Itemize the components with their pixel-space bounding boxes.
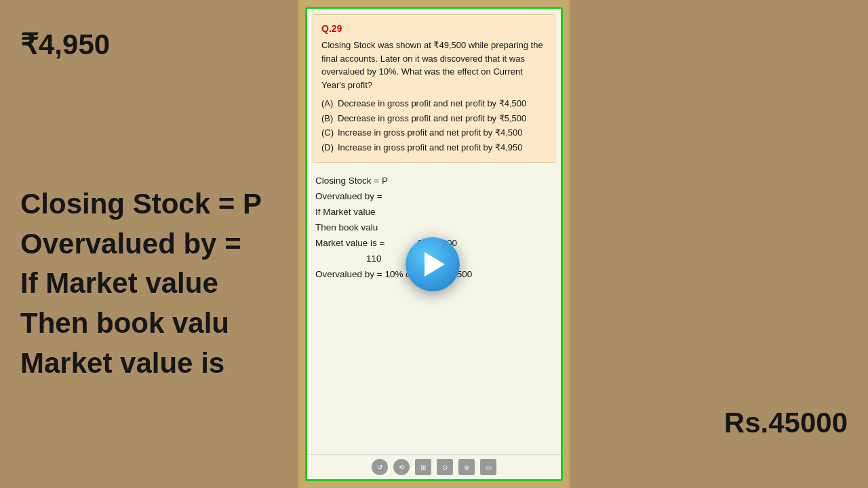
solution-area: Closing Stock = P Overvalued by = If Mar…	[307, 168, 561, 454]
solution-line-4: Then book valu	[315, 220, 553, 236]
solution-line-3: If Market value	[315, 205, 553, 220]
control-rewind[interactable]: ↺	[372, 459, 388, 475]
control-more[interactable]: ▭	[480, 459, 496, 475]
bg-left-text: (D) Increase in g ₹4,950 Closing Stock =…	[20, 0, 278, 488]
option-d-text: Increase in gross profit and net profit …	[338, 141, 523, 155]
option-b-letter: (B)	[321, 112, 335, 125]
control-grid[interactable]: ⊞	[415, 459, 431, 475]
play-triangle-icon	[425, 252, 445, 277]
option-a-text: Decrease in gross profit and net profit …	[338, 97, 526, 110]
option-b: (B) Decrease in gross profit and net pro…	[321, 112, 547, 125]
question-text: Closing Stock was shown at ₹49,500 while…	[321, 39, 547, 92]
option-d: (D) Increase in gross profit and net pro…	[321, 141, 547, 155]
bg-right-text: et profit by Rs.45000 4500	[590, 0, 848, 488]
option-c: (C) Increase in gross profit and net pro…	[321, 126, 547, 140]
solution-line-2: Overvalued by =	[315, 189, 553, 205]
solution-line-1: Closing Stock = P	[315, 174, 553, 189]
bottom-controls: ↺ ⟲ ⊞ ⊙ ⊕ ▭	[307, 454, 561, 479]
control-share[interactable]: ⊕	[458, 459, 475, 475]
control-settings[interactable]: ⊙	[437, 459, 453, 475]
option-d-letter: (D)	[321, 141, 335, 155]
play-button[interactable]	[406, 237, 460, 291]
option-b-text: Decrease in gross profit and net profit …	[338, 112, 526, 125]
option-c-letter: (C)	[321, 126, 335, 140]
control-back[interactable]: ⟲	[393, 459, 410, 475]
option-a: (A) Decrease in gross profit and net pro…	[321, 97, 547, 110]
option-c-text: Increase in gross profit and net profit …	[338, 126, 523, 140]
question-box: Q.29 Closing Stock was shown at ₹49,500 …	[313, 14, 555, 163]
question-number: Q.29	[321, 22, 547, 36]
option-a-letter: (A)	[321, 97, 335, 110]
